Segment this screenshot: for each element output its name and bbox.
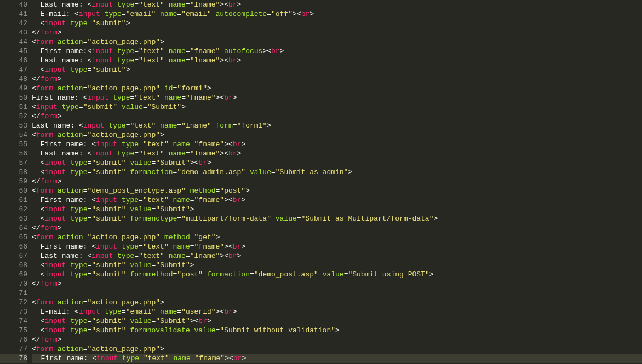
token-tag: input — [96, 354, 118, 362]
token-str: "action_page.php" — [87, 345, 160, 353]
token-attr: type — [122, 196, 139, 204]
token-plain — [53, 233, 58, 241]
line-number: 51 — [0, 102, 27, 112]
code-line[interactable]: </form> — [32, 112, 642, 121]
code-line[interactable]: <form action="action_page.php" method="g… — [32, 233, 642, 242]
token-attr: action — [58, 187, 83, 195]
code-line[interactable]: <input type="submit" value="Submit"> — [32, 102, 642, 112]
code-area[interactable]: Last name: <input type="text" name="lnam… — [32, 0, 642, 364]
token-plain — [113, 149, 117, 158]
code-line[interactable]: First name: <input type="text" name="fna… — [32, 93, 642, 102]
token-tag: input — [91, 252, 113, 260]
code-line[interactable]: <form action="action_page.php"> — [32, 130, 642, 140]
token-str: "off" — [271, 10, 293, 18]
token-plain — [220, 47, 224, 55]
code-line[interactable]: <form action="demo_post_enctype.asp" met… — [32, 186, 642, 195]
code-line[interactable]: <input type="submit" formenctype="multip… — [32, 214, 642, 223]
code-line[interactable]: <input type="submit"> — [32, 19, 642, 28]
token-plain: > — [58, 177, 62, 186]
line-number: 60 — [0, 186, 27, 195]
code-line[interactable]: </form> — [32, 177, 642, 186]
code-line[interactable]: <form action="action_page.php"> — [32, 298, 642, 307]
token-str: "text" — [139, 47, 164, 55]
token-plain: >< — [224, 196, 233, 204]
token-attr: type — [105, 308, 122, 316]
token-str: "multipart/form-data" — [181, 215, 271, 223]
token-attr: type — [117, 56, 134, 65]
token-attr: value — [276, 215, 297, 223]
code-line[interactable]: <input type="submit" formmethod="post" f… — [32, 270, 642, 279]
line-number: 52 — [0, 112, 27, 121]
token-plain: < — [32, 261, 44, 269]
token-plain: First name: < — [32, 242, 96, 251]
token-plain: > — [58, 28, 62, 37]
token-tag: input — [87, 94, 108, 102]
line-number: 56 — [0, 149, 27, 158]
token-plain — [156, 308, 160, 316]
token-plain — [100, 10, 105, 18]
token-plain: > — [58, 75, 62, 83]
code-line[interactable]: First name:<input type="text" name="fnam… — [32, 47, 642, 56]
code-line[interactable]: <input type="submit" formaction="demo_ad… — [32, 167, 642, 177]
token-op: = — [190, 196, 194, 204]
token-plain: >< — [216, 94, 225, 102]
token-plain: > — [237, 1, 242, 9]
token-attr: type — [70, 19, 87, 27]
token-plain — [113, 1, 117, 9]
code-line[interactable]: </form> — [32, 28, 642, 37]
token-tag: input — [79, 10, 100, 18]
code-line[interactable]: E-mail: <input type="email" name="email"… — [32, 9, 642, 19]
token-tag: form — [36, 38, 53, 46]
code-line[interactable]: <form action="action_page.php" id="form1… — [32, 84, 642, 93]
token-tag: form — [41, 75, 58, 83]
line-number: 67 — [0, 251, 27, 261]
token-op: = — [233, 122, 237, 130]
token-op: = — [186, 56, 190, 65]
token-tag: br — [228, 252, 237, 260]
code-line[interactable]: </form> — [32, 223, 642, 233]
line-number: 59 — [0, 177, 27, 186]
code-line[interactable]: First name: <input type="text" name="fna… — [32, 242, 642, 251]
token-tag: input — [44, 326, 66, 334]
token-plain: >< — [216, 308, 225, 316]
token-plain: > — [181, 103, 186, 111]
code-editor[interactable]: 4041424344454647484950515253545556575859… — [0, 0, 642, 364]
token-plain — [211, 10, 216, 18]
code-line[interactable]: First name: <input type="text" name="fna… — [32, 354, 642, 363]
token-str: "text" — [139, 149, 164, 158]
token-attr: value — [130, 261, 152, 269]
code-line[interactable]: Last name: <input type="text" name="lnam… — [32, 149, 642, 158]
code-line[interactable]: Last name: <input type="text" name="lnam… — [32, 56, 642, 65]
code-line[interactable]: <input type="submit" value="Submit"><br> — [32, 158, 642, 167]
code-line[interactable]: <input type="submit" value="Submit"> — [32, 205, 642, 214]
token-attr: type — [70, 66, 87, 74]
line-number: 62 — [0, 205, 27, 214]
token-attr: type — [70, 205, 87, 213]
code-line[interactable]: <form action="action_page.php"> — [32, 344, 642, 354]
token-attr: type — [108, 122, 125, 130]
code-line[interactable]: <input type="submit" formnovalidate valu… — [32, 326, 642, 335]
code-line[interactable]: <input type="submit"> — [32, 65, 642, 74]
code-line[interactable]: <input type="submit" value="Submit"><br> — [32, 316, 642, 326]
token-plain: First name:< — [32, 47, 91, 55]
code-line[interactable]: Last name: <input type="text" name="lnam… — [32, 251, 642, 261]
code-line[interactable]: Last name: <input type="text" name="lnam… — [32, 0, 642, 9]
code-line[interactable]: </form> — [32, 279, 642, 288]
token-plain — [126, 317, 130, 325]
code-line[interactable]: E-mail: <input type="email" name="userid… — [32, 307, 642, 316]
token-tag: input — [44, 205, 66, 213]
token-plain — [164, 149, 169, 158]
code-line[interactable]: </form> — [32, 74, 642, 84]
code-line[interactable] — [32, 288, 642, 298]
code-line[interactable]: First name: <input type="text" name="fna… — [32, 195, 642, 205]
code-line[interactable]: Last name: <input type="text" name="lnam… — [32, 121, 642, 130]
code-line[interactable]: <input type="submit" value="Submit"> — [32, 261, 642, 270]
token-plain: < — [32, 38, 36, 46]
code-line[interactable]: <form action="action_page.php"> — [32, 37, 642, 47]
token-attr: value — [130, 159, 152, 167]
line-number: 40 — [0, 0, 27, 9]
token-plain — [169, 196, 173, 204]
token-plain — [126, 205, 130, 213]
code-line[interactable]: </form> — [32, 335, 642, 344]
code-line[interactable]: First name: <input type="text" name="fna… — [32, 140, 642, 149]
